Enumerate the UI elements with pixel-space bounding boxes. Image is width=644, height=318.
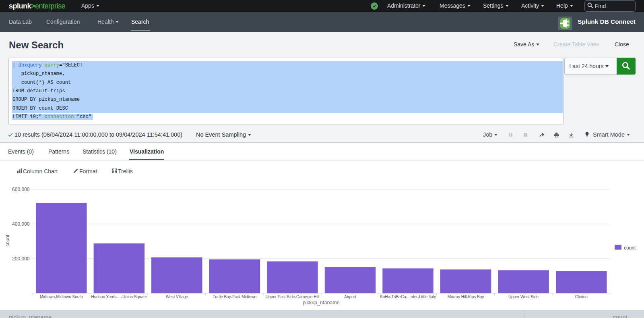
svg-text:Clinton: Clinton xyxy=(575,295,588,299)
svg-text:pickup_ntaname: pickup_ntaname xyxy=(303,300,340,306)
svg-text:SoHo-TriBeCa-...nter-Little It: SoHo-TriBeCa-...nter-Little Italy xyxy=(380,295,436,299)
svg-text:count: count xyxy=(624,245,636,251)
svg-text:Midtown-Midtown South: Midtown-Midtown South xyxy=(40,295,83,299)
svg-text:Hudson Yards-...-Union Square: Hudson Yards-...-Union Square xyxy=(91,295,147,299)
svg-text:Airport: Airport xyxy=(344,295,356,299)
svg-text:600,000: 600,000 xyxy=(12,187,30,192)
svg-text:Turtle Bay-East Midtown: Turtle Bay-East Midtown xyxy=(213,295,257,299)
svg-text:400,000: 400,000 xyxy=(12,221,30,227)
svg-text:count: count xyxy=(5,235,10,247)
svg-text:West Village: West Village xyxy=(166,295,188,299)
svg-text:Murray Hill-Kips Bay: Murray Hill-Kips Bay xyxy=(448,295,484,299)
svg-text:200,000: 200,000 xyxy=(12,256,30,262)
svg-text:Upper East Side-Carnegie Hill: Upper East Side-Carnegie Hill xyxy=(266,295,319,299)
svg-text:Upper West Side: Upper West Side xyxy=(508,295,539,299)
